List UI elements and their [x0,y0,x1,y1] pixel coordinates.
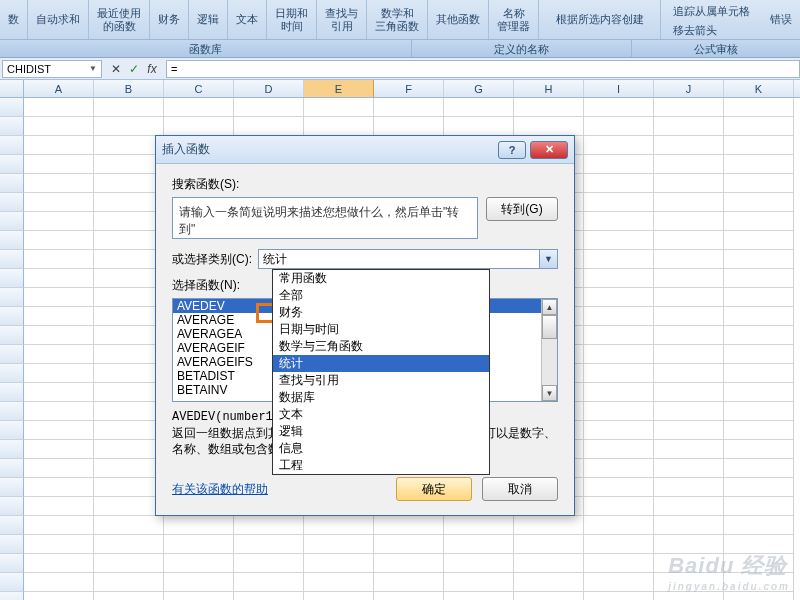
row-header[interactable] [0,98,24,117]
rg-namemgr[interactable]: 名称管理器 [489,0,539,39]
cell[interactable] [584,573,654,592]
cell[interactable] [584,269,654,288]
cell[interactable] [94,326,164,345]
cell[interactable] [94,250,164,269]
cell[interactable] [724,554,794,573]
cell[interactable] [724,383,794,402]
cell[interactable] [234,573,304,592]
cell[interactable] [94,193,164,212]
cell[interactable] [94,459,164,478]
cell[interactable] [164,535,234,554]
row-header[interactable] [0,440,24,459]
cell[interactable] [654,117,724,136]
rg-math[interactable]: 数学和三角函数 [367,0,428,39]
cell[interactable] [654,459,724,478]
cell[interactable] [584,592,654,600]
cell[interactable] [164,554,234,573]
cell[interactable] [24,345,94,364]
cell[interactable] [724,440,794,459]
cell[interactable] [164,98,234,117]
cell[interactable] [24,421,94,440]
cell[interactable] [304,516,374,535]
row-header[interactable] [0,459,24,478]
cell[interactable] [584,440,654,459]
cell[interactable] [584,212,654,231]
cell[interactable] [654,402,724,421]
cell[interactable] [444,117,514,136]
cell[interactable] [584,136,654,155]
dropdown-item[interactable]: 全部 [273,287,489,304]
row-header[interactable] [0,269,24,288]
cell[interactable] [654,250,724,269]
cell[interactable] [724,592,794,600]
cell[interactable] [584,421,654,440]
cell[interactable] [24,269,94,288]
define-from-selection[interactable]: 根据所选内容创建 [550,0,650,39]
cell[interactable] [94,402,164,421]
cell[interactable] [514,535,584,554]
cell[interactable] [94,440,164,459]
column-header-I[interactable]: I [584,80,654,97]
cell[interactable] [24,573,94,592]
cell[interactable] [654,478,724,497]
cell[interactable] [584,383,654,402]
cell[interactable] [164,592,234,600]
cell[interactable] [724,573,794,592]
cell[interactable] [654,592,724,600]
error-check[interactable]: 错误 [762,0,800,39]
cell[interactable] [724,231,794,250]
column-header-B[interactable]: B [94,80,164,97]
rg-0[interactable]: 数 [0,0,28,39]
cell[interactable] [164,117,234,136]
cell[interactable] [24,250,94,269]
cell[interactable] [514,554,584,573]
cell[interactable] [584,250,654,269]
cell[interactable] [94,554,164,573]
rg-lookup[interactable]: 查找与引用 [317,0,367,39]
cell[interactable] [654,516,724,535]
cell[interactable] [24,535,94,554]
cell[interactable] [724,516,794,535]
cell[interactable] [24,402,94,421]
rg-logical[interactable]: 逻辑 [189,0,228,39]
cell[interactable] [304,573,374,592]
row-header[interactable] [0,136,24,155]
cell[interactable] [584,307,654,326]
row-header[interactable] [0,250,24,269]
fx-button[interactable]: fx [144,62,160,76]
cancel-button[interactable]: 取消 [482,477,558,501]
row-header[interactable] [0,573,24,592]
cell[interactable] [374,98,444,117]
cell[interactable] [24,554,94,573]
cell[interactable] [94,212,164,231]
cell[interactable] [654,307,724,326]
name-box[interactable]: CHIDIST ▼ [2,60,102,78]
cell[interactable] [654,554,724,573]
rg-datetime[interactable]: 日期和时间 [267,0,317,39]
cancel-formula-button[interactable]: ✕ [108,62,124,76]
cell[interactable] [584,459,654,478]
cell[interactable] [584,326,654,345]
cell[interactable] [24,212,94,231]
scroll-up-button[interactable]: ▲ [542,299,557,315]
dropdown-item[interactable]: 文本 [273,406,489,423]
cell[interactable] [584,554,654,573]
cell[interactable] [654,573,724,592]
rg-financial[interactable]: 财务 [150,0,189,39]
row-header[interactable] [0,497,24,516]
cell[interactable] [444,573,514,592]
cell[interactable] [304,535,374,554]
cell[interactable] [24,440,94,459]
cell[interactable] [724,250,794,269]
row-header[interactable] [0,212,24,231]
cell[interactable] [444,592,514,600]
cell[interactable] [584,345,654,364]
row-header[interactable] [0,288,24,307]
name-box-dropdown-icon[interactable]: ▼ [89,64,97,73]
row-header[interactable] [0,535,24,554]
cell[interactable] [94,231,164,250]
function-list-scrollbar[interactable]: ▲ ▼ [541,299,557,401]
dialog-help-button[interactable]: ? [498,141,526,159]
cell[interactable] [94,364,164,383]
cell[interactable] [654,383,724,402]
